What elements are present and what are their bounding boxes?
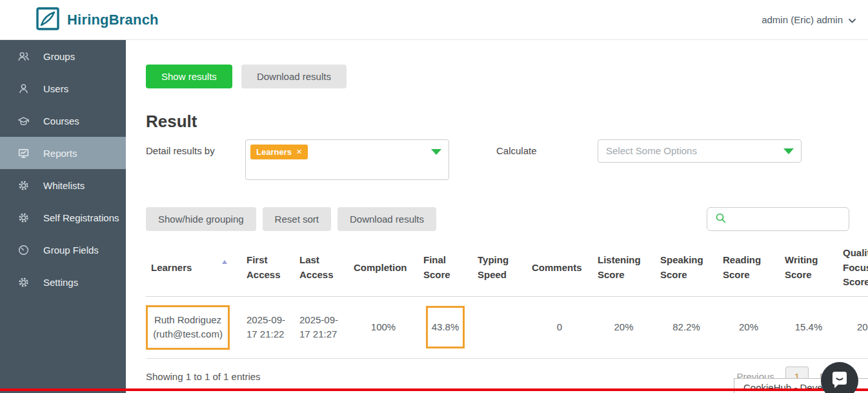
showing-entries-text: Showing 1 to 1 of 1 entries [146, 371, 261, 382]
sidebar-item-courses[interactable]: Courses [0, 105, 126, 137]
column-header-listening-score[interactable]: Listening Score [592, 239, 655, 296]
hiringbranch-logo-icon [35, 6, 60, 34]
show-results-button[interactable]: Show results [146, 65, 232, 88]
gear-icon [17, 212, 30, 224]
cell-writing-score: 15.4% [780, 296, 838, 358]
gauge-icon [17, 244, 30, 256]
user-menu-label: admin (Eric) admin [762, 14, 843, 25]
page: HiringBranch admin (Eric) admin Groups [0, 0, 868, 393]
sidebar-item-label: Users [43, 83, 68, 94]
column-header-first-access[interactable]: First Access [241, 239, 294, 296]
cell-typing-speed [472, 296, 527, 358]
search-box[interactable] [707, 207, 849, 231]
column-header-quality-focus-score[interactable]: Quality Focus Score [838, 239, 868, 296]
cell-listening-score: 20% [592, 296, 655, 358]
user-icon [17, 83, 30, 95]
groups-icon [17, 50, 30, 63]
sidebar: Groups Users Courses [0, 40, 126, 393]
sidebar-item-group-fields[interactable]: Group Fields [0, 234, 126, 266]
page-title: Result [146, 112, 868, 132]
calculate-placeholder: Select Some Options [606, 145, 697, 156]
cell-last-access: 2025-09-17 21:27 [294, 296, 348, 358]
filters-row: Detail results by Learners ✕ Calculate S… [146, 139, 868, 180]
sidebar-item-label: Courses [43, 116, 79, 126]
column-header-speaking-score[interactable]: Speaking Score [655, 239, 718, 296]
download-results-button[interactable]: Download results [241, 65, 347, 88]
sidebar-item-reports[interactable]: Reports [0, 137, 126, 169]
chevron-down-icon [848, 14, 856, 25]
sidebar-item-label: Group Fields [43, 245, 99, 256]
dropdown-arrow-icon[interactable] [783, 148, 794, 154]
cell-first-access: 2025-09-17 21:22 [241, 296, 294, 358]
sidebar-item-label: Settings [43, 277, 78, 288]
sidebar-item-label: Groups [43, 51, 75, 62]
cell-speaking-score: 82.2% [655, 296, 718, 358]
chat-bubble-icon [830, 370, 849, 392]
show-hide-grouping-button[interactable]: Show/hide grouping [146, 207, 256, 231]
sidebar-item-self-registrations[interactable]: Self Registrations [0, 201, 126, 234]
sidebar-item-label: Reports [43, 148, 77, 159]
brand-logo[interactable]: HiringBranch [35, 6, 159, 34]
sidebar-item-settings[interactable]: Settings [0, 266, 126, 298]
top-actions: Show results Download results [146, 65, 868, 88]
sidebar-item-label: Self Registrations [43, 212, 119, 223]
column-header-learners[interactable]: Learners [146, 239, 241, 296]
final-score-highlight-box: 43.8% [426, 306, 465, 349]
sort-ascending-icon [222, 260, 227, 264]
column-header-final-score[interactable]: Final Score [418, 239, 472, 296]
red-border-line [0, 388, 868, 391]
column-header-typing-speed[interactable]: Typing Speed [472, 239, 527, 296]
learner-email: (ruth@test.com) [150, 327, 226, 342]
table-row: Ruth Rodriguez (ruth@test.com) 2025-09-1… [146, 296, 868, 358]
sidebar-item-whitelists[interactable]: Whitelists [0, 169, 126, 201]
brand-name: HiringBranch [67, 12, 159, 28]
calculate-select[interactable]: Select Some Options [598, 139, 802, 163]
sidebar-item-label: Whitelists [43, 180, 85, 191]
sidebar-item-groups[interactable]: Groups [0, 40, 126, 72]
cell-final-score: 43.8% [418, 296, 472, 358]
cell-quality-focus-score: 20% [838, 296, 868, 358]
column-header-reading-score[interactable]: Reading Score [718, 239, 780, 296]
detail-results-multiselect[interactable]: Learners ✕ [245, 139, 449, 180]
search-icon [715, 212, 727, 227]
learner-highlight-box: Ruth Rodriguez (ruth@test.com) [146, 305, 230, 350]
learners-tag-label: Learners [256, 147, 292, 157]
results-table: Learners First Access Last Access Comple… [146, 239, 868, 359]
column-header-completion[interactable]: Completion [348, 239, 418, 296]
graduation-cap-icon [17, 115, 30, 127]
detail-results-by-label: Detail results by [146, 139, 245, 180]
learner-name: Ruth Rodriguez [150, 313, 226, 328]
download-results-table-button[interactable]: Download results [338, 207, 436, 231]
gear-icon [17, 276, 30, 288]
cell-reading-score: 20% [718, 296, 780, 358]
column-header-last-access[interactable]: Last Access [294, 239, 348, 296]
cell-completion: 100% [348, 296, 418, 358]
table-header-row: Learners First Access Last Access Comple… [146, 239, 868, 296]
table-toolbar: Show/hide grouping Reset sort Download r… [146, 207, 868, 231]
search-input[interactable] [732, 214, 849, 225]
app-header: HiringBranch admin (Eric) admin [0, 0, 868, 40]
column-header-comments[interactable]: Comments [527, 239, 592, 296]
cell-learner: Ruth Rodriguez (ruth@test.com) [146, 296, 241, 358]
user-menu[interactable]: admin (Eric) admin [762, 14, 856, 25]
gear-icon [17, 179, 30, 192]
column-header-writing-score[interactable]: Writing Score [780, 239, 838, 296]
learners-tag[interactable]: Learners ✕ [250, 145, 308, 159]
remove-tag-icon[interactable]: ✕ [296, 148, 302, 156]
cell-comments: 0 [527, 296, 592, 358]
main-content: Show results Download results Result Det… [126, 40, 868, 393]
reports-chart-icon [17, 147, 30, 159]
dropdown-arrow-icon[interactable] [431, 149, 441, 155]
reset-sort-button[interactable]: Reset sort [263, 207, 331, 231]
sidebar-item-users[interactable]: Users [0, 72, 126, 105]
calculate-label: Calculate [496, 139, 598, 180]
